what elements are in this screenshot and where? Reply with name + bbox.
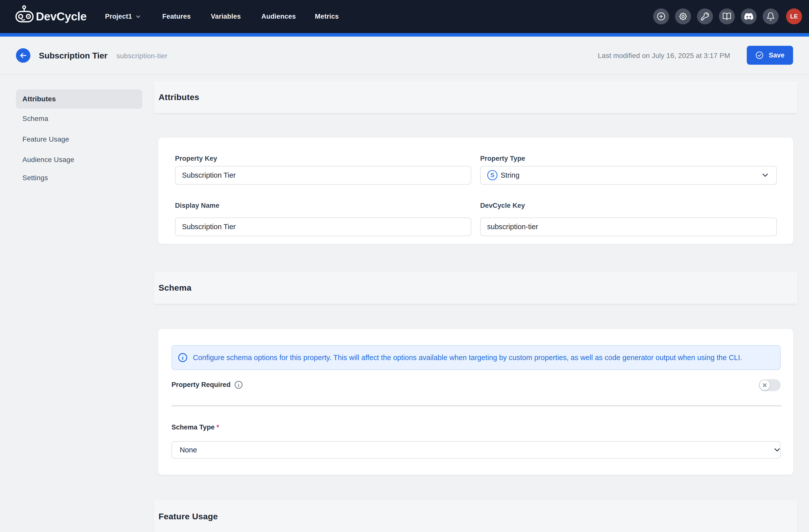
svg-text:S: S: [490, 172, 494, 178]
